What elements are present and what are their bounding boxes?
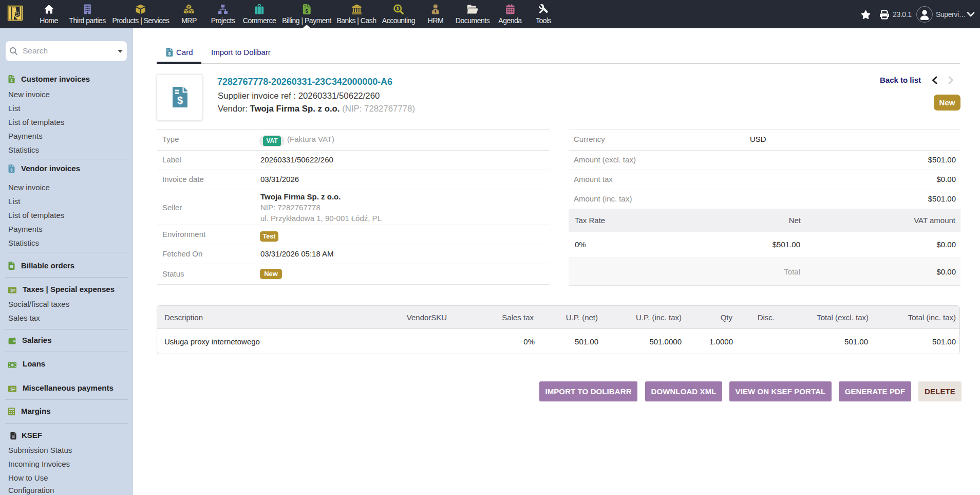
svg-text:$: $ [177,95,183,106]
svg-text:$: $ [10,288,13,293]
svg-text:$: $ [10,387,13,392]
